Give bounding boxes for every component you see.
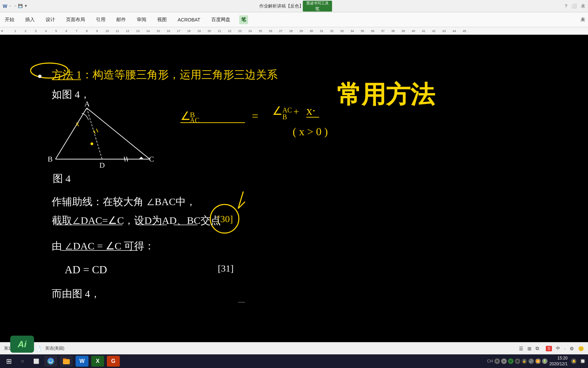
ribbon-yinyong[interactable]: 引用 [94,15,108,24]
punctuation-icon: · [564,346,566,351]
time-display: 15:20 [550,355,568,361]
language-label: 英语(美国) [45,346,64,351]
svg-text:x: x [76,119,79,128]
ruler-mark: 4 [41,29,51,33]
taskbar-right: CH ⚙ ◎ S ⊕ 🔒 🔊 📶 🔋 15:20 2020/12/1 🔔 ⬜ [487,355,585,367]
ruler-mark: 34 [347,29,357,33]
svg-rect-53 [63,358,66,360]
svg-text:∠: ∠ [180,110,191,122]
smile-icon[interactable]: 🙂 [578,346,584,351]
notification-icon[interactable]: 🔔 [571,358,576,364]
split-icon[interactable]: ⧉ [536,346,539,351]
tray-icon-2[interactable]: ◎ [501,358,507,364]
volume-icon[interactable]: 🔊 [528,358,534,364]
start-button[interactable]: ⊞ [3,356,15,367]
svg-line-15 [96,129,98,132]
tray-icon-4[interactable]: ⊕ [515,358,520,364]
svg-text:( x > 0 ): ( x > 0 ) [293,125,328,138]
ruler-mark: 26 [265,29,276,33]
ruler-mark: 29 [296,29,306,33]
ruler-mark: 2 [20,29,31,33]
explorer-icon[interactable] [60,356,73,367]
svg-rect-52 [63,359,70,364]
ruler-mark: 30 [306,29,316,33]
ruler-mark: 37 [378,29,388,33]
moji-pen: 笔 [315,6,320,12]
ribbon-charu[interactable]: 插入 [23,15,37,24]
titlebar-left: W ← → 💾 ▼ [0,3,28,9]
ruler-mark: 43 [439,29,449,33]
ruler-mark: 13 [133,29,143,33]
input-lang: 中 [556,346,560,351]
svg-text:=: = [252,110,258,122]
ruler-mark: 7 [71,29,82,33]
ruler-mark: 9 [92,29,102,33]
quick-access[interactable]: ← → 💾 ▼ [9,4,28,8]
svg-text:AC: AC [282,106,292,114]
svg-text:A: A [84,99,90,108]
tray-icon-5[interactable]: 🔒 [522,358,527,364]
statusbar: 第15页 0个字 📄 英语(美国) ☰ ⊞ ⧉ S 中 · ⚙ 🙂 [0,342,588,354]
word-icon[interactable]: W [76,356,88,367]
ruler-mark: 1 [10,29,20,33]
titlebar: W ← → 💾 ▼ 作业解析讲稿【反色】.docx - Word 墨迹书写工具 … [0,0,588,12]
ribbon-shenyue[interactable]: 审阅 [135,15,148,24]
ribbon-acrobat[interactable]: ACROBAT [176,16,202,24]
tray-icon-1[interactable]: ⚙ [494,358,500,364]
settings-icon[interactable]: ⚙ [570,346,574,351]
svg-point-1 [38,75,42,78]
app-g-icon[interactable]: G [107,356,120,367]
excel-icon[interactable]: X [91,356,104,367]
content-area: 方法 1：构造等腰三角形，运用三角形三边关系 如图 4， A B C D x [0,35,588,342]
help-icon[interactable]: ? [565,3,567,9]
svg-text:[31]: [31] [218,263,234,274]
ruler-mark: 44 [449,29,459,33]
chrome-icon[interactable] [44,356,57,367]
ribbon-shitu[interactable]: 视图 [155,15,169,24]
ruler-mark: 35 [357,29,368,33]
ruler-mark: 38 [388,29,398,33]
ruler-mark: 40 [408,29,419,33]
ruler-mark: 45 [459,29,470,33]
ruler-mark: 31 [316,29,327,33]
layout-icon[interactable]: ☰ [519,346,523,351]
ribbon-layout[interactable]: 页面布局 [64,15,87,24]
ribbon-sheji[interactable]: 设计 [44,15,57,24]
ribbon-youjian[interactable]: 邮件 [114,15,128,24]
ribbon-baidu[interactable]: 百度网盘 [209,15,232,24]
resize-icon[interactable]: ⬜ [571,3,577,9]
taskbar: ⊞ ○ ⬜ W X G CH [0,354,588,368]
view-mode-icon: 📄 [35,346,41,351]
ruler-mark: 21 [214,29,225,33]
svg-text:AD = CD: AD = CD [65,263,107,276]
ruler-mark: 10 [102,29,112,33]
svg-line-8 [87,108,102,159]
ruler-mark: 42 [429,29,439,33]
ruler-mark: 27 [276,29,286,33]
tray-icon-3[interactable]: S [508,358,513,364]
svg-text:B: B [48,155,53,163]
svg-text:C: C [149,155,154,163]
ruler-mark: 41 [419,29,429,33]
handwriting-svg: 方法 1：构造等腰三角形，运用三角形三边关系 如图 4， A B C D x [0,35,588,342]
grid-icon[interactable]: ⊞ [527,346,532,351]
svg-text:由 ∠DAC = ∠C 可得：: 由 ∠DAC = ∠C 可得： [52,240,154,251]
ruler-marks: ◀ 1 2 3 4 5 6 7 8 9 10 11 12 13 14 15 16… [0,27,588,34]
ribbon-kaishi[interactable]: 开始 [3,15,16,24]
word-logo: W [3,3,7,9]
taskview-button[interactable]: ⬜ [30,356,42,367]
svg-text:x·: x· [306,104,315,118]
show-desktop-icon[interactable]: ⬜ [580,358,585,364]
search-button[interactable]: ○ [16,356,29,367]
titlebar-controls: ? ⬜ 未 [565,3,585,9]
svg-text:+: + [293,106,299,117]
network-icon[interactable]: 📶 [535,358,541,364]
ribbon-pen[interactable]: 笔 [239,15,248,24]
ruler-mark: 12 [122,29,133,33]
svg-text:如图 4，: 如图 4， [52,89,90,100]
ruler-mark: 11 [112,29,122,33]
battery-icon[interactable]: 🔋 [542,358,548,364]
ruler-mark: 25 [255,29,265,33]
svg-text:截取∠DAC=∠C，设D为AD、BC交点: 截取∠DAC=∠C，设D为AD、BC交点 [52,215,221,226]
ruler-mark: 33 [337,29,347,33]
